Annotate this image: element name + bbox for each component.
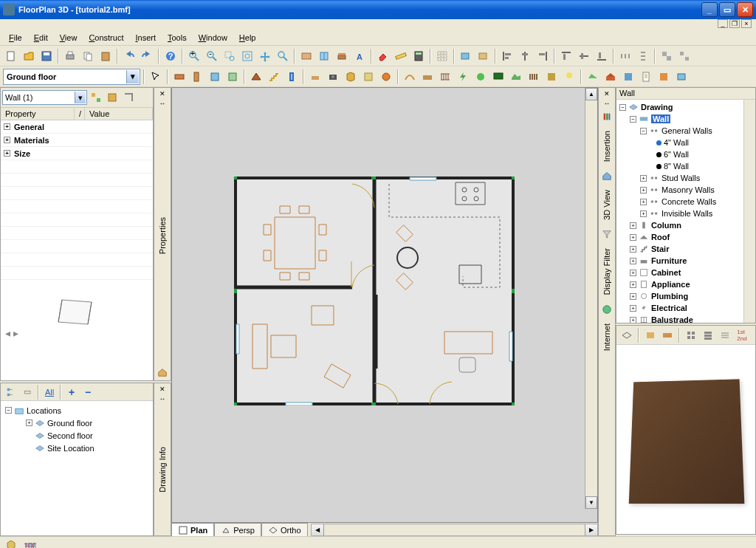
mode3-icon[interactable] [620, 69, 636, 85]
tree-wall[interactable]: −Wall [618, 113, 754, 125]
maximize-button[interactable]: ▭ [719, 2, 735, 17]
mdi-close[interactable]: × [741, 19, 752, 28]
tab-plan[interactable]: Plan [171, 523, 214, 536]
panel-collapse-icon[interactable]: ↔ [159, 395, 166, 403]
prop-row-general[interactable]: +General [1, 120, 153, 134]
redo-icon[interactable] [139, 48, 155, 64]
mode5-icon[interactable] [656, 69, 672, 85]
align-center-h-icon[interactable] [517, 48, 533, 64]
close-button[interactable]: ✕ [737, 2, 753, 17]
preview-btn6-icon[interactable] [718, 328, 732, 343]
side-tab-drawing-info[interactable]: Drawing Info [158, 447, 167, 493]
mdi-minimize[interactable]: _ [718, 19, 728, 28]
side-filter-icon[interactable] [599, 227, 614, 242]
location-site[interactable]: Site Location [26, 442, 148, 454]
tool-layer2-icon[interactable] [475, 48, 492, 64]
help-icon[interactable]: ? [162, 48, 179, 64]
fence-tool-icon[interactable] [526, 69, 542, 85]
scroll-left-icon[interactable]: ◀ [312, 524, 324, 535]
scroll-right-icon[interactable]: ▶ [585, 524, 597, 535]
location-ground[interactable]: +Ground floor [26, 417, 148, 429]
loc-tree-icon[interactable] [4, 385, 18, 400]
appliance-tool-icon[interactable] [360, 69, 377, 85]
tree-roof[interactable]: +Roof [618, 231, 754, 243]
light-tool-icon[interactable] [561, 69, 577, 85]
tool-window-icon[interactable] [316, 48, 332, 64]
side-tab-insertion[interactable]: Insertion [602, 131, 611, 162]
tab-persp[interactable]: Persp [214, 523, 261, 536]
camera-tool-icon[interactable] [325, 69, 341, 85]
panel-close-icon[interactable]: ✕ [602, 89, 611, 98]
side-tab-house-icon[interactable] [155, 365, 170, 380]
plumbing-tool-icon[interactable] [378, 69, 394, 85]
menu-construct[interactable]: Construct [83, 32, 129, 44]
tool-grid-icon[interactable] [434, 48, 450, 64]
menu-help[interactable]: Help [233, 32, 262, 44]
path-tool-icon[interactable] [402, 69, 418, 85]
canvas-vscroll[interactable]: ▲ ▼ [585, 88, 597, 509]
cabinet-tool-icon[interactable] [343, 69, 359, 85]
minimize-button[interactable]: _ [701, 2, 718, 17]
preview-nav-arrows[interactable]: ◂ ▸ [5, 327, 18, 339]
side-tab-3dview[interactable]: 3D View [602, 190, 611, 220]
preview-btn4-icon[interactable] [684, 328, 698, 343]
distribute-h-icon[interactable] [617, 48, 633, 64]
side-tab-properties[interactable]: Properties [158, 217, 167, 254]
copy-icon[interactable] [80, 48, 96, 64]
mode4-icon[interactable] [638, 69, 654, 85]
tree-balustrade[interactable]: +Balustrade [618, 314, 754, 323]
print-icon[interactable] [62, 48, 78, 64]
prop-row-materials[interactable]: +Materials [1, 134, 153, 147]
panel-close-icon[interactable]: ✕ [158, 385, 167, 394]
window-tool-icon[interactable] [207, 69, 223, 85]
tab-ortho[interactable]: Ortho [261, 523, 308, 536]
door-tool-icon[interactable] [189, 69, 205, 85]
locations-root[interactable]: −Locations [5, 404, 148, 417]
open-icon[interactable] [21, 48, 37, 64]
undo-icon[interactable] [121, 48, 137, 64]
mode6-icon[interactable] [673, 69, 690, 85]
ungroup-icon[interactable] [676, 48, 693, 64]
loc-list-icon[interactable]: ▭ [20, 385, 35, 400]
tree-concrete[interactable]: +Concrete Walls [618, 196, 754, 208]
preview-btn7-icon[interactable]: 1st2nd [735, 328, 749, 343]
prop-row-size[interactable]: +Size [1, 147, 153, 160]
save-icon[interactable] [38, 48, 55, 64]
side-globe-icon[interactable] [599, 302, 614, 317]
panel-close-icon[interactable]: ✕ [158, 89, 167, 98]
panel-collapse-icon[interactable]: ↔ [159, 100, 166, 107]
object-selector[interactable]: Wall (1) ▾ [2, 90, 87, 105]
tree-appliance[interactable]: +Appliance [618, 278, 754, 290]
align-left-icon[interactable] [499, 48, 515, 64]
scroll-up-icon[interactable]: ▲ [585, 88, 597, 100]
tree-plumbing[interactable]: +Plumbing [618, 290, 754, 302]
zoom-in-icon[interactable]: + [186, 48, 202, 64]
menu-edit[interactable]: Edit [28, 32, 54, 44]
loc-remove-button[interactable]: − [80, 385, 95, 400]
tree-column[interactable]: +Column [618, 219, 754, 231]
zoom-extents-icon[interactable] [239, 48, 255, 64]
symbol-tool-icon[interactable] [472, 69, 489, 85]
terrain-tool-icon[interactable] [419, 69, 436, 85]
align-bottom-icon[interactable] [594, 48, 610, 64]
tree-stair[interactable]: +Stair [618, 243, 754, 255]
paste-icon[interactable] [97, 48, 114, 64]
tool-calc-icon[interactable] [410, 48, 427, 64]
preview-btn3-icon[interactable] [660, 328, 675, 343]
align-middle-icon[interactable] [576, 48, 592, 64]
side-tab-display-filter[interactable]: Display Filter [602, 248, 611, 295]
preview-btn1-icon[interactable] [619, 328, 634, 343]
tool-measure-icon[interactable] [393, 48, 409, 64]
menu-view[interactable]: View [54, 32, 83, 44]
side-tab-internet[interactable]: Internet [602, 323, 611, 351]
floorplan-canvas[interactable]: ▲ ▼ [171, 87, 598, 523]
panel-collapse-icon[interactable]: ↔ [604, 100, 611, 107]
align-top-icon[interactable] [558, 48, 574, 64]
tree-stud[interactable]: +Stud Walls [618, 172, 754, 184]
prop-btn2-icon[interactable] [105, 90, 120, 105]
stair-tool-icon[interactable] [266, 69, 282, 85]
tree-drawing[interactable]: −Drawing [618, 101, 754, 113]
tool-furniture-icon[interactable] [334, 48, 350, 64]
tool-layer1-icon[interactable] [458, 48, 474, 64]
tree-cabinet[interactable]: +Cabinet [618, 267, 754, 278]
